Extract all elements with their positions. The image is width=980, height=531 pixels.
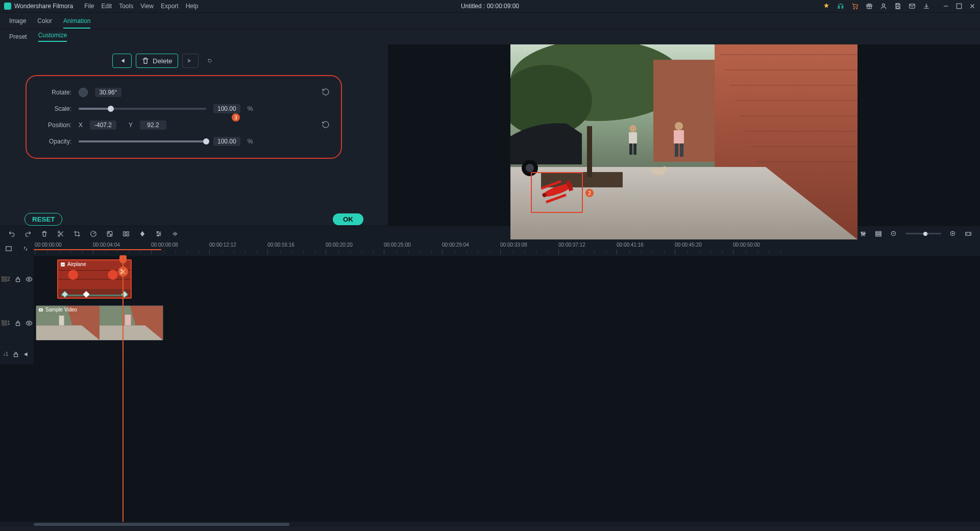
cart-icon[interactable] <box>851 3 859 10</box>
mixer-icon[interactable] <box>860 230 867 237</box>
subtab-customize[interactable]: Customize <box>38 32 67 42</box>
scale-value[interactable]: 100.00 <box>213 104 240 113</box>
ruler-label: 00:00:04:04 <box>93 242 120 248</box>
pos-y-label: Y <box>129 122 133 129</box>
playhead[interactable] <box>122 256 124 522</box>
opacity-value[interactable]: 100.00 <box>213 137 240 146</box>
track-1-lock-icon[interactable] <box>14 320 21 327</box>
track-2-lock-icon[interactable] <box>14 276 21 283</box>
prev-keyframe-button[interactable] <box>112 54 132 68</box>
svg-rect-64 <box>876 235 881 236</box>
callout-3: 3 <box>232 113 240 122</box>
menu-edit[interactable]: Edit <box>102 3 112 10</box>
clip-sample-video[interactable]: Sample Video <box>36 305 163 341</box>
ruler-link-icon[interactable] <box>22 245 29 252</box>
svg-point-77 <box>68 270 78 279</box>
zoom-slider[interactable] <box>905 233 941 234</box>
tab-animation[interactable]: Animation <box>63 17 90 29</box>
support-icon[interactable] <box>837 3 844 10</box>
ruler-label: 00:00:41:16 <box>617 242 644 248</box>
svg-point-1 <box>856 8 857 9</box>
callout-2: 2 <box>585 189 594 197</box>
delete-icon[interactable] <box>41 230 48 237</box>
audio-1-lock-icon[interactable] <box>12 351 19 358</box>
pos-x-label: X <box>79 122 83 129</box>
gift-icon[interactable] <box>866 3 873 10</box>
svg-rect-79 <box>16 323 19 325</box>
keyframe-icon[interactable] <box>139 230 146 237</box>
zoom-in-icon[interactable] <box>949 230 957 237</box>
rotate-reset-icon[interactable] <box>322 88 330 98</box>
message-icon[interactable] <box>909 3 916 10</box>
download-icon[interactable] <box>923 3 930 10</box>
speed-icon[interactable] <box>90 230 97 237</box>
svg-rect-5 <box>897 4 899 5</box>
menu-file[interactable]: File <box>84 3 94 10</box>
undo-icon[interactable] <box>8 230 15 237</box>
tab-color[interactable]: Color <box>37 17 52 25</box>
position-reset-icon[interactable] <box>322 120 330 130</box>
tab-image[interactable]: Image <box>9 17 26 25</box>
account-icon[interactable] <box>880 3 887 10</box>
subtab-preset[interactable]: Preset <box>9 33 27 40</box>
preview-viewport[interactable]: 2 <box>510 44 857 239</box>
opacity-slider[interactable] <box>79 140 206 142</box>
redo-icon[interactable] <box>24 230 32 237</box>
window-close-icon[interactable] <box>969 3 976 10</box>
ruler-label: 00:00:16:16 <box>267 242 295 248</box>
ruler-snap-icon[interactable] <box>5 245 12 252</box>
selection-box[interactable] <box>531 172 583 213</box>
svg-rect-71 <box>16 279 19 281</box>
reset-keyframes-button[interactable] <box>203 54 217 68</box>
track-2-visibility-icon[interactable] <box>26 276 33 283</box>
rotate-knob[interactable] <box>79 88 88 97</box>
document-title: Untitled : 00:00:09:00 <box>461 3 519 10</box>
svg-point-36 <box>662 166 667 172</box>
greenscreen-icon[interactable] <box>122 230 130 237</box>
color-icon[interactable] <box>106 230 113 237</box>
menu-help[interactable]: Help <box>186 3 199 10</box>
opacity-unit: % <box>248 138 253 145</box>
ruler-label: 00:00:33:08 <box>500 242 527 248</box>
ruler-label: 00:00:37:12 <box>558 242 585 248</box>
svg-rect-67 <box>966 232 971 235</box>
menu-export[interactable]: Export <box>161 3 179 10</box>
svg-point-31 <box>675 122 683 130</box>
window-maximize-icon[interactable] <box>955 3 963 10</box>
ruler-label: 00:00:20:20 <box>326 242 353 248</box>
pos-x-value[interactable]: -407.2 <box>90 120 116 130</box>
next-keyframe-button[interactable] <box>182 54 199 68</box>
audio-wave-icon[interactable] <box>172 230 179 237</box>
track-1-label: ⬛1 <box>1 320 10 326</box>
svg-rect-34 <box>680 143 683 157</box>
svg-rect-62 <box>876 231 881 232</box>
adjust-icon[interactable] <box>155 230 162 237</box>
zoom-out-icon[interactable] <box>890 230 897 237</box>
scale-slider[interactable] <box>79 108 206 110</box>
pos-y-value[interactable]: 92.2 <box>140 120 166 130</box>
svg-rect-33 <box>675 143 678 157</box>
split-icon[interactable] <box>57 230 64 237</box>
delete-keyframe-button[interactable]: Delete <box>136 54 178 68</box>
save-icon[interactable] <box>894 3 901 10</box>
timeline-ruler[interactable]: 00:00:00:0000:00:04:0400:00:08:0800:00:1… <box>34 241 980 256</box>
svg-point-0 <box>853 8 854 9</box>
svg-point-54 <box>157 231 158 232</box>
audio-1-mute-icon[interactable] <box>23 351 31 358</box>
ok-button[interactable]: OK <box>333 213 363 225</box>
rotate-value[interactable]: 30.96° <box>95 88 121 97</box>
menu-tools[interactable]: Tools <box>119 3 133 10</box>
crown-icon[interactable] <box>823 3 830 10</box>
track-1-visibility-icon[interactable] <box>26 320 33 327</box>
timeline-hscroll[interactable] <box>0 522 980 527</box>
rotate-label: Rotate: <box>38 89 71 96</box>
reset-button[interactable]: RESET <box>24 213 62 226</box>
track-manager-icon[interactable] <box>875 230 882 237</box>
menu-view[interactable]: View <box>140 3 154 10</box>
clip-airplane[interactable]: 1 Airplane <box>57 259 132 299</box>
window-minimize-icon[interactable] <box>942 3 949 10</box>
svg-rect-26 <box>587 126 592 177</box>
crop-icon[interactable] <box>74 230 81 237</box>
zoom-fit-icon[interactable] <box>965 230 972 237</box>
playhead-split-icon[interactable] <box>118 267 128 277</box>
